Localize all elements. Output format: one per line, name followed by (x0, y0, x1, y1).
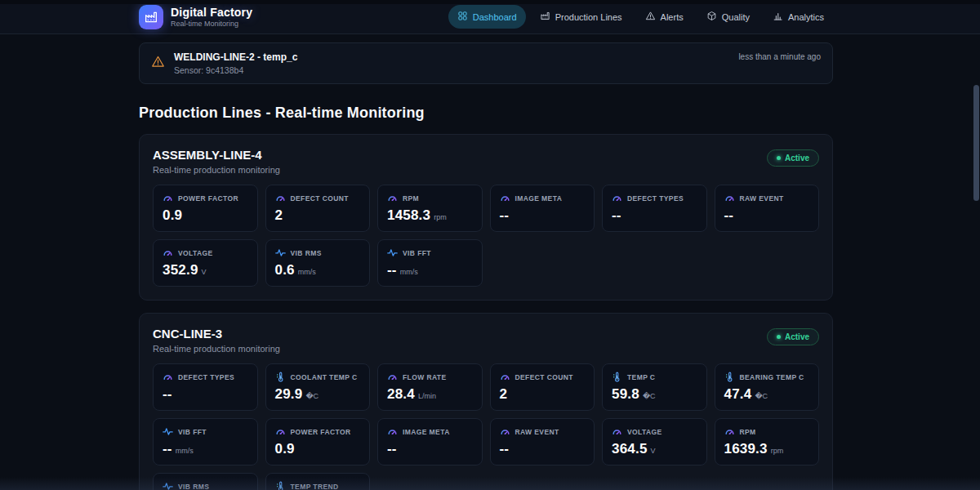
metric-value: 2 (500, 386, 508, 403)
brand-name: Digital Factory (171, 6, 252, 19)
waveform-icon (163, 426, 173, 437)
gauge-icon (163, 247, 173, 258)
nav-item-label: Quality (722, 12, 750, 22)
status-label: Active (785, 332, 809, 341)
metric-value: -- (500, 441, 510, 457)
metric-value: -- (387, 262, 397, 278)
metric-value: 0.9 (163, 207, 182, 224)
line-subtitle: Real-time production monitoring (153, 344, 280, 354)
metric-unit: �C (643, 392, 656, 400)
status-badge: Active (767, 149, 819, 167)
brand-subtitle: Real-time Monitoring (171, 20, 252, 28)
nav-item-quality[interactable]: Quality (697, 5, 759, 29)
gauge-icon (724, 426, 735, 437)
metric-unit: L/min (418, 392, 436, 400)
metric-label: RPM (740, 428, 756, 436)
gauge-icon (612, 426, 622, 437)
nav-item-dashboard[interactable]: Dashboard (448, 5, 526, 29)
metric-tile: COOLANT TEMP C 29.9 �C (265, 363, 371, 411)
gauge-icon (500, 193, 510, 203)
metric-tile: VIB FFT -- mm/s (153, 418, 258, 466)
metric-label: BEARING TEMP C (740, 373, 804, 381)
metric-tile: RAW EVENT -- (490, 418, 595, 466)
nav-item-production-lines[interactable]: Production Lines (531, 5, 631, 29)
metric-label: TEMP C (627, 373, 655, 381)
window-top-edge (0, 0, 980, 4)
metric-label: IMAGE META (515, 194, 563, 203)
nav-item-analytics[interactable]: Analytics (764, 5, 833, 29)
alert-sensor: Sensor: 9c4138b4 (174, 65, 729, 75)
metric-tile: BEARING TEMP C 47.4 �C (715, 363, 820, 411)
metric-value: 352.9 (163, 262, 198, 278)
alert-triangle-icon (645, 11, 656, 23)
metric-label: VIB FFT (178, 428, 207, 436)
gauge-icon (500, 426, 510, 437)
brand: Digital Factory Real-time Monitoring (139, 5, 252, 29)
metric-label: POWER FACTOR (291, 428, 351, 436)
factory-logo-icon (139, 5, 163, 29)
status-dot-icon (777, 335, 781, 339)
metric-label: VIB FFT (403, 249, 431, 257)
metric-label: DEFECT COUNT (515, 373, 573, 381)
alert-title: WELDING-LINE-2 - temp_c (174, 51, 729, 63)
metric-value: 2 (275, 207, 283, 224)
metric-value: 59.8 (612, 386, 639, 403)
navbar: Digital Factory Real-time Monitoring Das… (0, 0, 980, 34)
metric-tile: RPM 1458.3 rpm (377, 185, 483, 232)
metric-label: FLOW RATE (403, 373, 447, 381)
metric-unit: �C (305, 392, 318, 400)
cube-icon (706, 11, 717, 23)
warning-icon (151, 55, 165, 72)
metric-label: RPM (403, 194, 419, 203)
main-nav: Dashboard Production Lines Alerts Qualit… (448, 5, 833, 29)
alert-banner[interactable]: WELDING-LINE-2 - temp_c Sensor: 9c4138b4… (139, 42, 833, 84)
metric-value: 0.6 (275, 262, 295, 278)
metric-grid: DEFECT TYPES -- COOLANT TEMP C 29.9 �C F… (153, 363, 819, 490)
gauge-icon (387, 426, 398, 437)
gauge-icon (163, 372, 173, 382)
thermometer-icon (275, 372, 286, 382)
gauge-icon (500, 372, 510, 382)
nav-item-alerts[interactable]: Alerts (636, 5, 693, 29)
grid-icon (457, 11, 468, 23)
gauge-icon (275, 426, 286, 437)
main-content: WELDING-LINE-2 - temp_c Sensor: 9c4138b4… (139, 42, 833, 490)
metric-tile: VOLTAGE 364.5 V (602, 418, 707, 466)
metric-value: 28.4 (387, 386, 415, 403)
metric-tile: TEMP C 59.8 �C (602, 363, 707, 411)
waveform-icon (387, 247, 398, 258)
metric-value: 1639.3 (724, 441, 768, 457)
gauge-icon (275, 193, 286, 203)
metric-tile: RPM 1639.3 rpm (715, 418, 820, 466)
metric-tile: IMAGE META -- (377, 418, 483, 466)
metric-value: -- (724, 207, 734, 224)
page-title: Production Lines - Real-time Monitoring (139, 105, 833, 122)
nav-item-label: Production Lines (555, 12, 622, 22)
scrollbar-thumb[interactable] (973, 85, 979, 201)
metric-unit: mm/s (176, 447, 194, 455)
metric-unit: rpm (434, 213, 447, 221)
metric-unit: mm/s (400, 268, 418, 276)
metric-unit: �C (755, 392, 768, 400)
metric-value: 47.4 (724, 386, 752, 403)
gauge-icon (724, 193, 735, 203)
metric-label: DEFECT TYPES (627, 194, 684, 203)
metric-value: -- (163, 386, 172, 403)
gauge-icon (612, 193, 622, 203)
status-label: Active (785, 154, 809, 163)
line-name: ASSEMBLY-LINE-4 (153, 148, 280, 162)
metric-tile: POWER FACTOR 0.9 (265, 418, 371, 466)
metric-tile: VIB RMS 0.6 mm/s (265, 239, 371, 287)
alert-timestamp: less than a minute ago (738, 52, 821, 61)
metric-grid: POWER FACTOR 0.9 DEFECT COUNT 2 RPM 1458… (153, 185, 819, 287)
line-card-assembly-line-4: ASSEMBLY-LINE-4 Real-time production mon… (139, 134, 833, 301)
metric-value: -- (163, 441, 172, 457)
status-badge: Active (767, 328, 819, 345)
waveform-icon (275, 247, 286, 258)
metric-label: RAW EVENT (515, 428, 559, 436)
metric-value: -- (500, 207, 510, 224)
metric-tile: VIB FFT -- mm/s (377, 239, 483, 287)
thermometer-icon (612, 372, 622, 382)
metric-label: COOLANT TEMP C (291, 373, 358, 381)
metric-tile: VOLTAGE 352.9 V (153, 239, 258, 287)
